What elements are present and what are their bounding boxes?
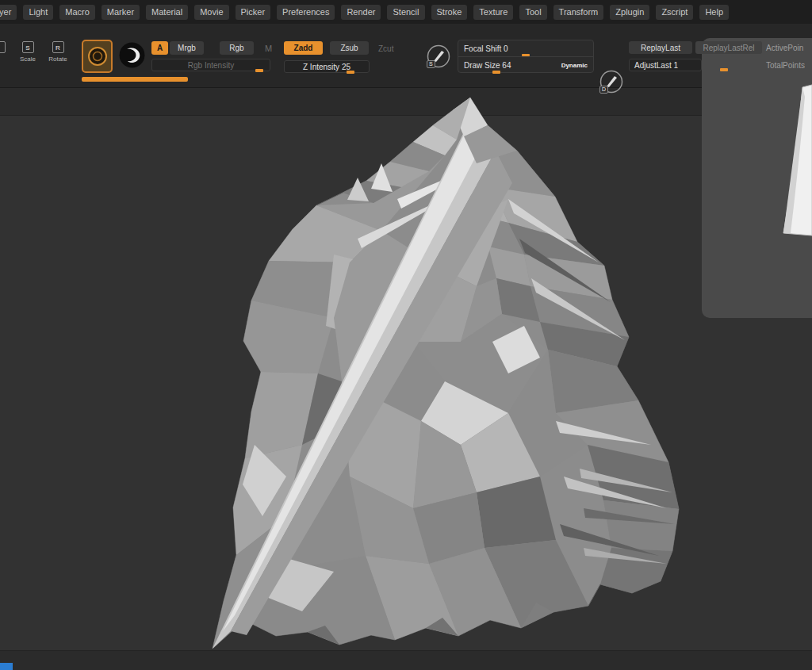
cone-shape xyxy=(783,85,812,235)
active-points-label: ActivePoin xyxy=(766,44,803,52)
menu-item-stencil[interactable]: Stencil xyxy=(387,5,424,20)
menu-item-zplugin[interactable]: Zplugin xyxy=(610,5,649,20)
menu-bar: ayer Light Macro Marker Material Movie P… xyxy=(0,0,812,24)
menu-item-macro[interactable]: Macro xyxy=(59,5,95,20)
menu-item-picker[interactable]: Picker xyxy=(236,5,271,20)
zbrush-window: ayer Light Macro Marker Material Movie P… xyxy=(0,0,812,670)
menu-item-movie[interactable]: Movie xyxy=(194,5,228,20)
viewport-canvas[interactable] xyxy=(0,0,812,670)
total-points-label: TotalPoints xyxy=(766,61,805,70)
menu-item-zscript[interactable]: Zscript xyxy=(656,5,693,20)
menu-item-render[interactable]: Render xyxy=(341,5,381,20)
menu-item-stroke[interactable]: Stroke xyxy=(431,5,468,20)
menu-item-marker[interactable]: Marker xyxy=(102,5,140,20)
menu-item-layer[interactable]: ayer xyxy=(0,5,17,20)
menu-item-texture[interactable]: Texture xyxy=(473,5,513,20)
menu-item-preferences[interactable]: Preferences xyxy=(277,5,335,20)
sculpt-mesh[interactable] xyxy=(213,98,679,649)
menu-item-help[interactable]: Help xyxy=(699,5,729,20)
menu-item-light[interactable]: Light xyxy=(23,5,53,20)
replay-last-rel-button: ReplayLastRel xyxy=(695,41,762,54)
menu-item-material[interactable]: Material xyxy=(146,5,188,20)
menu-item-tool[interactable]: Tool xyxy=(519,5,546,20)
adjust-last-handle[interactable] xyxy=(720,68,728,71)
bottom-left-blue-chip[interactable] xyxy=(0,663,13,670)
menu-item-transform[interactable]: Transform xyxy=(553,5,604,20)
